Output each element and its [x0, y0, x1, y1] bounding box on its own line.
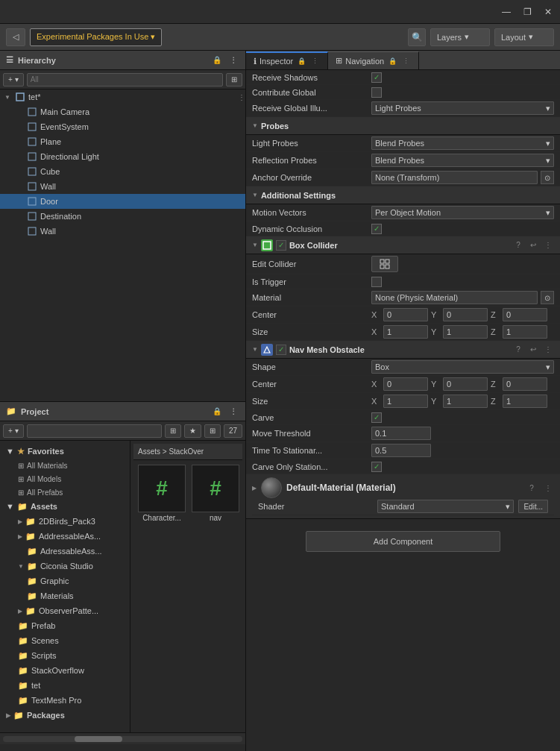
nav-mesh-shape-dropdown[interactable]: Box ▾	[371, 360, 554, 374]
dynamic-occlusion-checkbox[interactable]: ✓	[371, 224, 382, 234]
nm-size-x-input[interactable]	[383, 395, 428, 408]
center-y-input[interactable]	[443, 308, 488, 321]
nav-mesh-header[interactable]: ▼ ✓ Nav Mesh Obstacle ? ↩ ⋮	[246, 341, 560, 359]
center-x-input[interactable]	[383, 308, 428, 321]
maximize-button[interactable]: ❐	[521, 6, 533, 18]
nav-mesh-help-button[interactable]: ?	[512, 344, 524, 356]
motion-vectors-dropdown[interactable]: Per Object Motion ▾	[371, 206, 554, 219]
hierarchy-search-icon-btn[interactable]: ⊞	[226, 73, 242, 87]
inspector-more-button[interactable]: ⋮	[309, 56, 320, 66]
list-item[interactable]: 📁 Graphic	[0, 574, 130, 588]
list-item[interactable]: ▶ 📁 ObserverPatte...	[0, 603, 130, 618]
list-item[interactable]: ⊞ All Materials	[0, 459, 130, 472]
light-probes-dropdown[interactable]: Blend Probes ▾	[371, 136, 554, 150]
contribute-global-checkbox[interactable]	[371, 87, 382, 98]
list-item[interactable]: Wall	[0, 224, 245, 239]
back-button[interactable]: ◁	[6, 28, 25, 46]
asset-item-character[interactable]: # Character...	[136, 463, 187, 524]
nav-mesh-toggle[interactable]: ✓	[276, 345, 286, 355]
anchor-target-button[interactable]: ⊙	[541, 171, 554, 184]
packages-section[interactable]: ▶ 📁 Packages	[0, 708, 130, 723]
size-x-input[interactable]	[383, 325, 428, 339]
list-item[interactable]: 📁 AdressableAss...	[0, 544, 130, 559]
project-add-button[interactable]: + ▾	[3, 424, 24, 438]
nm-size-y-input[interactable]	[443, 395, 488, 408]
material-expand[interactable]: ▶	[252, 485, 257, 491]
minimize-button[interactable]: —	[500, 6, 512, 18]
edit-collider-button[interactable]	[371, 256, 398, 272]
list-item[interactable]: ⊞ All Models	[0, 472, 130, 486]
hierarchy-add-button[interactable]: + ▾	[3, 73, 24, 87]
hierarchy-root-item[interactable]: ▼ tet* ⋮	[0, 89, 245, 104]
list-item[interactable]: ▶ 📁 2DBirds_Pack3	[0, 514, 130, 529]
box-collider-revert-button[interactable]: ↩	[527, 239, 539, 251]
inspector-lock-button[interactable]: 🔒	[296, 56, 306, 66]
asset-item-nav[interactable]: # nav	[190, 463, 241, 524]
list-item[interactable]: 📁 Scenes	[0, 633, 130, 648]
hierarchy-lock-button[interactable]: 🔒	[211, 54, 223, 66]
hierarchy-more-button[interactable]: ⋮	[227, 54, 239, 66]
nm-size-z-input[interactable]	[503, 395, 547, 408]
anchor-override-dropdown[interactable]: None (Transform)	[371, 171, 538, 184]
list-item[interactable]: 📁 Prefab	[0, 618, 130, 633]
assets-section[interactable]: ▼ 📁 Assets	[0, 499, 130, 514]
nav-more-button[interactable]: ⋮	[400, 56, 411, 66]
receive-global-illum-dropdown[interactable]: Light Probes ▾	[371, 101, 554, 115]
additional-settings-header[interactable]: ▼ Additional Settings	[246, 186, 560, 204]
nav-mesh-revert-button[interactable]: ↩	[527, 344, 539, 356]
list-item[interactable]: ▼ 📁 Ciconia Studio	[0, 559, 130, 574]
probes-section-header[interactable]: ▼ Probes	[246, 117, 560, 135]
list-item[interactable]: ⊞ All Prefabs	[0, 486, 130, 499]
list-item[interactable]: Cube	[0, 164, 245, 179]
project-more-button[interactable]: ⋮	[227, 406, 239, 418]
layout-dropdown[interactable]: Layout ▾	[494, 28, 554, 46]
list-item[interactable]: 📁 TextMesh Pro	[0, 693, 130, 708]
material-help-button[interactable]: ?	[526, 482, 538, 494]
project-scrollbar[interactable]	[0, 732, 245, 744]
nm-center-x-input[interactable]	[383, 377, 428, 391]
carve-only-checkbox[interactable]: ✓	[371, 462, 382, 472]
nav-lock-button[interactable]: 🔒	[387, 56, 397, 66]
nm-center-z-input[interactable]	[503, 377, 547, 391]
scrollbar-thumb[interactable]	[75, 736, 122, 742]
box-collider-toggle[interactable]: ✓	[276, 240, 286, 251]
receive-shadows-checkbox[interactable]: ✓	[371, 72, 382, 83]
reflection-probes-dropdown[interactable]: Blend Probes ▾	[371, 154, 554, 167]
time-stationary-input[interactable]	[371, 444, 431, 457]
packages-button[interactable]: Experimental Packages In Use ▾	[30, 28, 162, 46]
project-search-input[interactable]	[27, 424, 162, 438]
carve-checkbox[interactable]: ✓	[371, 412, 382, 423]
material-target-button[interactable]: ⊙	[541, 291, 554, 304]
material-more-button[interactable]: ⋮	[542, 482, 554, 494]
center-z-input[interactable]	[503, 308, 547, 321]
list-item[interactable]: Main Camera	[0, 104, 245, 119]
box-collider-material-dropdown[interactable]: None (Physic Material)	[371, 291, 538, 304]
list-item[interactable]: Destination	[0, 209, 245, 224]
move-threshold-input[interactable]	[371, 427, 431, 440]
close-button[interactable]: ✕	[542, 6, 554, 18]
nm-center-y-input[interactable]	[443, 377, 488, 391]
list-item-door[interactable]: Door	[0, 194, 245, 209]
project-star-button[interactable]: ★	[184, 424, 201, 438]
tab-navigation[interactable]: ⊞ Navigation 🔒 ⋮	[328, 51, 419, 69]
shader-dropdown[interactable]: Standard ▾	[377, 500, 514, 513]
layers-dropdown[interactable]: Layers ▾	[430, 28, 490, 46]
project-lock-button[interactable]: 🔒	[211, 406, 223, 418]
is-trigger-checkbox[interactable]	[371, 277, 382, 287]
project-layout-button[interactable]: ⊞	[165, 424, 181, 438]
favorites-section[interactable]: ▼ ★ Favorites	[0, 444, 130, 459]
list-item[interactable]: Wall	[0, 179, 245, 194]
list-item[interactable]: 📁 tet	[0, 678, 130, 693]
root-more-icon[interactable]: ⋮	[238, 93, 245, 101]
search-button[interactable]: 🔍	[408, 28, 426, 46]
list-item[interactable]: 📁 StackOverflow	[0, 663, 130, 678]
box-collider-help-button[interactable]: ?	[512, 239, 524, 251]
list-item[interactable]: 📁 Materials	[0, 588, 130, 603]
list-item[interactable]: ▶ 📁 AddressableAs...	[0, 529, 130, 544]
box-collider-more-button[interactable]: ⋮	[542, 239, 554, 251]
nav-mesh-more-button[interactable]: ⋮	[542, 344, 554, 356]
size-y-input[interactable]	[443, 325, 488, 339]
list-item[interactable]: 📁 Scripts	[0, 648, 130, 663]
list-item[interactable]: Directional Light	[0, 149, 245, 164]
shader-edit-button[interactable]: Edit...	[518, 500, 548, 513]
